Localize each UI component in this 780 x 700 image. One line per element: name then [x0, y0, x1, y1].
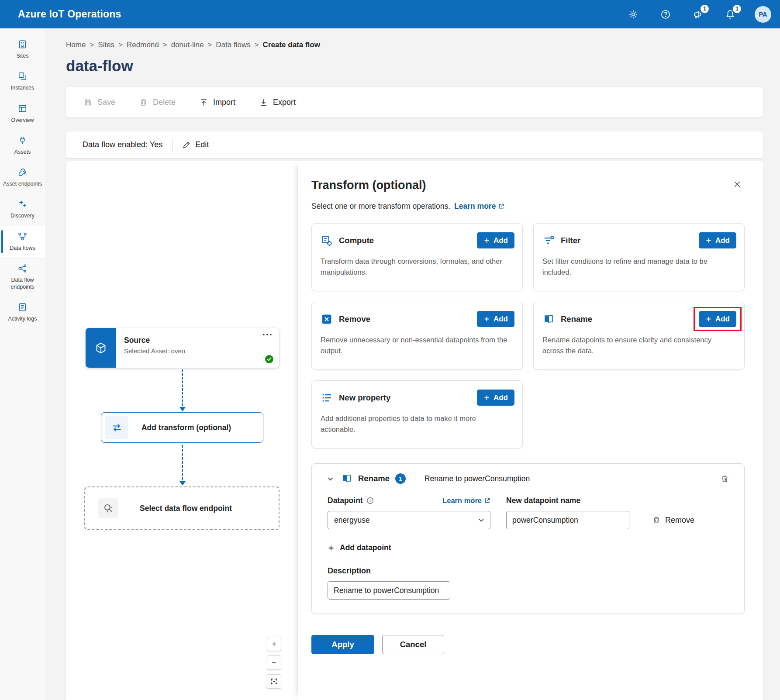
edit-button[interactable]: Edit: [182, 140, 209, 149]
plus-icon: [483, 316, 490, 322]
add-label: Add: [494, 315, 508, 324]
data-flow-designer: Source Selected Asset: oven ··· Add tran…: [66, 161, 763, 700]
export-label: Export: [273, 98, 296, 107]
alerts-badge: 1: [701, 5, 709, 13]
sidebar-item-assets[interactable]: Assets: [0, 130, 45, 162]
trash-icon: [652, 516, 661, 524]
sidebar-item-data-flows[interactable]: Data flows: [0, 226, 45, 258]
breadcrumb-separator: >: [90, 41, 94, 49]
cancel-button[interactable]: Cancel: [382, 635, 444, 654]
add-rename-button[interactable]: Add: [699, 311, 736, 327]
success-check-icon: [265, 355, 274, 364]
breadcrumb-separator: >: [255, 41, 259, 49]
close-icon: [733, 180, 742, 189]
trash-icon: [720, 474, 729, 483]
sidebar-item-sites[interactable]: Sites: [0, 34, 45, 66]
source-node[interactable]: Source Selected Asset: oven ···: [86, 328, 279, 368]
breadcrumb: Home > Sites > Redmond > donut-line > Da…: [66, 41, 780, 49]
add-datapoint-label: Add datapoint: [340, 543, 391, 552]
flow-connector: [182, 445, 183, 484]
import-button[interactable]: Import: [193, 94, 242, 111]
red-highlight-box: Add: [699, 311, 736, 327]
sidebar-item-overview[interactable]: Overview: [0, 98, 45, 130]
apply-button[interactable]: Apply: [311, 635, 374, 654]
export-button[interactable]: Export: [253, 94, 302, 111]
remove-datapoint-button[interactable]: Remove: [652, 516, 694, 525]
chevron-down-icon: [327, 475, 334, 483]
add-datapoint-button[interactable]: Add datapoint: [328, 543, 391, 552]
sidebar-item-asset-endpoints[interactable]: Asset endpoints: [0, 162, 45, 193]
delete-label: Delete: [153, 98, 176, 107]
learn-more-label: Learn more: [454, 202, 496, 211]
datapoint-dropdown[interactable]: energyuse: [328, 511, 490, 529]
transform-card-compute: Compute Add Transform data through conve…: [311, 223, 523, 291]
breadcrumb-item-home[interactable]: Home: [66, 41, 86, 49]
add-new-property-button[interactable]: Add: [477, 390, 514, 406]
select-endpoint-node[interactable]: Select data flow endpoint: [84, 486, 280, 530]
description-input[interactable]: [328, 581, 450, 600]
account-avatar[interactable]: PA: [755, 6, 771, 23]
chevron-down-icon: [478, 517, 485, 524]
transform-card-filter: Filter Add Set filter conditions to refi…: [533, 223, 745, 291]
add-label: Add: [494, 393, 508, 402]
sidebar-item-data-flow-endpoints[interactable]: Data flow endpoints: [0, 258, 45, 297]
sidebar-item-discovery[interactable]: Discovery: [0, 193, 45, 225]
flow-connector: [182, 369, 183, 410]
collapse-button[interactable]: [325, 473, 335, 484]
zoom-in-button[interactable]: +: [267, 637, 281, 651]
sidebar-item-label: Discovery: [10, 212, 35, 219]
plus-icon: [705, 316, 712, 322]
rename-icon: [542, 313, 555, 325]
new-datapoint-name-input[interactable]: [506, 511, 629, 529]
more-options-icon[interactable]: ···: [262, 328, 273, 341]
add-label: Add: [494, 236, 508, 245]
settings-button[interactable]: [625, 7, 641, 22]
topbar-actions: 1 1 PA: [625, 6, 771, 23]
breadcrumb-item-instance[interactable]: donut-line: [171, 41, 204, 49]
sidebar-item-label: Activity logs: [8, 315, 37, 322]
zoom-fit-button[interactable]: [267, 674, 281, 689]
info-icon[interactable]: [366, 497, 374, 504]
new-property-card-description: Add additional properties to data to mak…: [321, 413, 514, 435]
plus-icon: [483, 237, 490, 244]
notifications-button[interactable]: 1: [722, 7, 738, 22]
delete-button[interactable]: Delete: [133, 94, 182, 111]
sidebar-item-instances[interactable]: Instances: [0, 66, 45, 97]
alerts-button[interactable]: 1: [690, 7, 706, 22]
add-transform-node[interactable]: Add transform (optional): [101, 412, 263, 443]
activity-logs-icon: [17, 302, 28, 312]
breadcrumb-separator: >: [163, 41, 167, 49]
app-header: Azure IoT Operations 1 1 PA: [0, 0, 780, 28]
delete-rename-button[interactable]: [718, 472, 731, 485]
sidebar-item-label: Data flow endpoints: [2, 276, 43, 291]
import-label: Import: [213, 98, 235, 107]
help-icon: [660, 9, 671, 20]
help-button[interactable]: [658, 7, 673, 22]
breadcrumb-item-site[interactable]: Redmond: [127, 41, 159, 49]
endpoint-icon: [98, 498, 118, 518]
breadcrumb-item-sites[interactable]: Sites: [98, 41, 114, 49]
data-flows-icon: [17, 231, 28, 241]
datapoint-learn-more-link[interactable]: Learn more: [442, 497, 490, 505]
learn-more-link[interactable]: Learn more: [454, 202, 504, 211]
sidebar-item-activity-logs[interactable]: Activity logs: [0, 297, 45, 328]
transform-operation-cards: Compute Add Transform data through conve…: [311, 223, 745, 448]
external-link-icon: [498, 203, 504, 210]
status-bar: Data flow enabled: Yes Edit: [66, 131, 763, 158]
add-filter-button[interactable]: Add: [699, 232, 736, 248]
save-button[interactable]: Save: [77, 94, 121, 111]
app-title: Azure IoT Operations: [18, 8, 121, 20]
close-button[interactable]: [730, 177, 745, 192]
remove-icon: [321, 313, 333, 325]
compute-icon: [321, 234, 333, 247]
edit-pencil-icon: [182, 141, 191, 149]
sidebar-item-label: Sites: [17, 52, 29, 59]
cube-icon: [94, 341, 107, 355]
new-datapoint-name-label: New datapoint name: [506, 496, 580, 505]
asset-endpoints-icon: [17, 167, 28, 177]
save-icon: [83, 98, 93, 107]
zoom-out-button[interactable]: −: [267, 655, 281, 670]
add-remove-button[interactable]: Add: [477, 311, 514, 327]
breadcrumb-item-data-flows[interactable]: Data flows: [216, 41, 250, 49]
add-compute-button[interactable]: Add: [477, 232, 514, 248]
